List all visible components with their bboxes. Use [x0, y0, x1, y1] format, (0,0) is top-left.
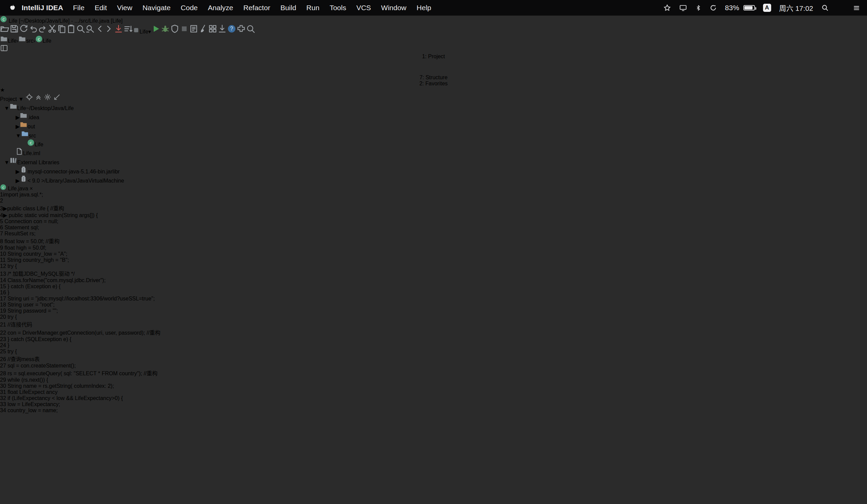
- spotlight-icon[interactable]: [821, 4, 829, 11]
- code-line-8[interactable]: 8 float low = 50.0f; //重构: [0, 237, 867, 245]
- code-line-5[interactable]: 5 Connection con = null;: [0, 218, 867, 225]
- code-line-2[interactable]: 2: [0, 198, 867, 204]
- stripe-button-structure[interactable]: 7: Structure: [420, 75, 448, 81]
- find-icon[interactable]: [76, 29, 85, 34]
- tree-expand-arrow[interactable]: ▼: [4, 160, 10, 165]
- apple-menu-icon[interactable]: [7, 4, 18, 11]
- favorites-star-icon[interactable]: ★: [0, 87, 5, 93]
- code-line-6[interactable]: 6 Statement sql;: [0, 225, 867, 230]
- tree-item---9.0--[interactable]: ▶< 9.0 >/Library/Java/JavaVirtualMachine: [0, 175, 867, 184]
- menu-code[interactable]: Code: [176, 4, 203, 12]
- synchronize-icon[interactable]: [19, 29, 29, 34]
- stop-icon[interactable]: [180, 29, 189, 34]
- tree-item-external-libraries[interactable]: ▼External Libraries: [0, 157, 867, 165]
- code-line-17[interactable]: 17 String uri = "jdbc:mysql://localhost:…: [0, 296, 867, 302]
- code-line-25[interactable]: 25 try {: [0, 348, 867, 355]
- run-gutter-icon[interactable]: ▶: [3, 212, 7, 218]
- editor-scrollbar[interactable]: [0, 499, 867, 504]
- code-line-16[interactable]: 16 }: [0, 290, 867, 296]
- menu-navigate[interactable]: Navigate: [138, 4, 176, 12]
- code-line-15[interactable]: 15 } catch (Exception e) {: [0, 283, 867, 290]
- code-line-1[interactable]: 1import java.sql.*;: [0, 192, 867, 198]
- sort-icon[interactable]: [123, 29, 133, 34]
- code-line-14[interactable]: 14 Class.forName("com.mysql.jdbc.Driver"…: [0, 277, 867, 283]
- menu-build[interactable]: Build: [275, 4, 301, 12]
- open-file-icon[interactable]: [0, 29, 10, 34]
- tree-item-life[interactable]: ▼Life~/Desktop/Java/Life: [0, 102, 867, 111]
- code-line-33[interactable]: 33 low = LifeExpectancy;: [0, 401, 867, 407]
- code-line-29[interactable]: 29 while (rs.next()) {: [0, 377, 867, 383]
- tree-item-life.iml[interactable]: Life.iml: [0, 148, 867, 157]
- code-line-28[interactable]: 28 rs = sql.executeQuery( sql: "SELECT *…: [0, 369, 867, 377]
- tree-expand-arrow[interactable]: ▼: [15, 133, 21, 139]
- menu-edit[interactable]: Edit: [89, 4, 112, 12]
- export-icon[interactable]: [217, 29, 227, 34]
- code-line-11[interactable]: 11 String country_high = "B";: [0, 257, 867, 263]
- code-line-4[interactable]: 4▶ public static void main(String args[]…: [0, 212, 867, 218]
- tree-expand-arrow[interactable]: ▶: [15, 169, 20, 174]
- bluetooth-icon[interactable]: [695, 4, 702, 11]
- undo-icon[interactable]: [29, 29, 38, 34]
- gutter[interactable]: ▶: [3, 212, 7, 218]
- paste-icon[interactable]: [66, 29, 76, 34]
- tree-item-src[interactable]: ▼src: [0, 130, 867, 139]
- tree-item-.idea[interactable]: ▶.idea: [0, 111, 867, 120]
- code-line-20[interactable]: 20 try {: [0, 314, 867, 320]
- run-icon[interactable]: [151, 29, 161, 34]
- code-line-31[interactable]: 31 float LifeExpect ancy: [0, 389, 867, 395]
- back-icon[interactable]: [95, 29, 104, 34]
- breadcrumb-item[interactable]: src: [18, 38, 33, 44]
- menu-bar-clock[interactable]: 周六 17:02: [779, 3, 813, 13]
- tree-expand-arrow[interactable]: ▼: [4, 105, 10, 111]
- menu-file[interactable]: File: [68, 4, 90, 12]
- menu-run[interactable]: Run: [301, 4, 325, 12]
- stripe-button-project[interactable]: 1: Project: [422, 54, 445, 60]
- code-line-9[interactable]: 9 float high = 50.0f;: [0, 245, 867, 251]
- code-line-22[interactable]: 22 con = DriverManager.getConnection(uri…: [0, 328, 867, 336]
- menu-window[interactable]: Window: [376, 4, 411, 12]
- editor-tab-life-java[interactable]: c Life.java ×: [0, 184, 867, 192]
- cut-icon[interactable]: [47, 29, 57, 34]
- code-line-26[interactable]: 26 //查询mess表: [0, 355, 867, 363]
- run-configuration-selector[interactable]: Life▾: [133, 29, 151, 34]
- redo-icon[interactable]: [38, 29, 47, 34]
- replace-icon[interactable]: [85, 29, 95, 34]
- code-line-34[interactable]: 34 country_low = name;: [0, 407, 867, 414]
- menu-help[interactable]: Help: [411, 4, 436, 12]
- code-line-10[interactable]: 10 String country_low = "A";: [0, 251, 867, 257]
- code-line-12[interactable]: 12 try {: [0, 263, 867, 269]
- menu-analyze[interactable]: Analyze: [203, 4, 238, 12]
- settings-gear-icon[interactable]: [44, 96, 52, 102]
- tree-expand-arrow[interactable]: ▶: [15, 124, 20, 129]
- breadcrumb-item[interactable]: Life: [0, 38, 17, 44]
- code-line-27[interactable]: 27 sql = con.createStatement();: [0, 363, 867, 369]
- code-line-32[interactable]: 32 if (LifeExpectancy < low && LifeExpec…: [0, 395, 867, 401]
- tree-expand-arrow[interactable]: ▶: [15, 115, 20, 120]
- help-icon[interactable]: ?: [227, 29, 236, 34]
- stripe-button-favorites[interactable]: 2: Favorites: [419, 81, 448, 87]
- code-line-7[interactable]: 7 ResultSet rs;: [0, 230, 867, 237]
- menu-view[interactable]: View: [112, 4, 138, 12]
- code-line-13[interactable]: 13 /* 加载JDBC_MySQL驱动 */: [0, 269, 867, 277]
- menu-refactor[interactable]: Refactor: [238, 4, 275, 12]
- code-editor[interactable]: 1import java.sql.*;23▶public class Life …: [0, 192, 867, 504]
- copy-icon[interactable]: [57, 29, 66, 34]
- collapse-all-icon[interactable]: [34, 96, 42, 102]
- menu-tools[interactable]: Tools: [324, 4, 351, 12]
- project-panel-title[interactable]: Project: [0, 96, 17, 102]
- code-line-24[interactable]: 24 }: [0, 342, 867, 348]
- input-source-icon[interactable]: A: [763, 4, 771, 12]
- save-all-icon[interactable]: [10, 29, 19, 34]
- code-line-30[interactable]: 30 String name = rs.getString( columnInd…: [0, 383, 867, 389]
- tree-item-mysql-connector-java-5.1.46-bin.jar[interactable]: ▶mysql-connector-java-5.1.46-bin.jarlibr: [0, 165, 867, 175]
- chevron-down-icon[interactable]: ▼: [18, 96, 24, 102]
- notification-center-icon[interactable]: [853, 4, 860, 11]
- hide-panel-icon[interactable]: [53, 96, 61, 102]
- menu-vcs[interactable]: VCS: [351, 4, 376, 12]
- forward-icon[interactable]: [104, 29, 114, 34]
- window-title-bar[interactable]: c Life [~/Desktop/Java/Life] - .../src/L…: [0, 15, 867, 24]
- code-line-19[interactable]: 19 String password = "";: [0, 308, 867, 314]
- debug-icon[interactable]: [161, 29, 170, 34]
- locate-file-icon[interactable]: [25, 96, 33, 102]
- breadcrumb-item[interactable]: cLife: [35, 38, 52, 44]
